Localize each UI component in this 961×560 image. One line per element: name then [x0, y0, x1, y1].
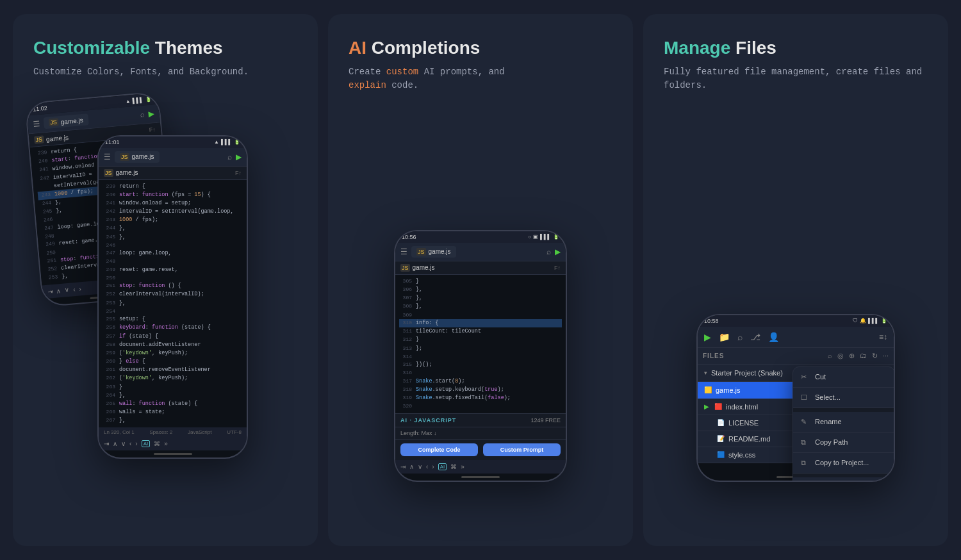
nav-cmd-icon[interactable]: ⌘	[450, 463, 457, 470]
phone-front-filename: game.js	[132, 153, 154, 160]
status-lang: JavaScript	[188, 429, 211, 435]
folder-icon[interactable]: 📁	[719, 332, 730, 342]
shield-icon: 🛡	[853, 318, 858, 324]
nav-cmd-icon[interactable]: ⌘	[154, 440, 160, 447]
card2-filename: game.js	[429, 248, 451, 255]
card3-phones-area: 10:58 🛡 🔔 ▌▌▌ 🔋 ▶ 📁 ⌕ ⎇ 👤 ≡↕	[664, 110, 928, 482]
card2-tab[interactable]: JS game.js	[411, 246, 456, 258]
run-action-icon[interactable]: ▶	[704, 332, 711, 342]
card1-title-themes: Themes	[155, 38, 223, 58]
ai-length: Length: Max ↓	[395, 427, 566, 440]
ctx-share[interactable]: ↑ Share	[793, 477, 894, 482]
rename-icon: ✎	[801, 418, 810, 426]
file-lic-icon: 📄	[717, 419, 725, 426]
wifi-icon: ▲	[125, 97, 131, 104]
nav-more-icon[interactable]: »	[461, 463, 464, 470]
files-icons: ⌕ ◎ ⊕ 🗂 ↻ ···	[828, 352, 889, 360]
run-icon[interactable]: ▶	[148, 109, 154, 119]
ctx-select[interactable]: ☐ Select...	[793, 388, 894, 408]
nav-down-icon[interactable]: ∨	[418, 463, 422, 470]
nav-more-icon[interactable]: »	[164, 440, 168, 447]
nav-ai-icon[interactable]: AI	[142, 440, 151, 447]
user-icon[interactable]: 👤	[768, 332, 779, 342]
phone-front-nav-icons: ⇥ ∧ ∨ ‹ › AI ⌘ »	[104, 440, 168, 447]
hamburger-icon[interactable]: ☰	[33, 119, 40, 128]
phone-back-tab[interactable]: JS game.js	[44, 113, 89, 129]
ctx-select-label: Select...	[815, 393, 841, 401]
nav-down-icon[interactable]: ∨	[65, 286, 70, 294]
nav-tab-icon[interactable]: ⇥	[400, 463, 406, 470]
files-new-folder-icon[interactable]: 🗂	[860, 352, 867, 360]
files-new-file-icon[interactable]: ⊕	[849, 352, 855, 360]
home-indicator	[154, 453, 192, 455]
card1-phones-area: 11:02 ▲ ▌▌▌ 🔋 ☰ JS game.js ⌕ ▶	[33, 97, 297, 546]
desc-explain: explain	[349, 80, 386, 90]
card1-phone-front: 11:01 ▲ ▌▌▌ 🔋 ☰ JS game.js ⌕ ▶	[97, 135, 248, 459]
files-search-icon[interactable]: ⌕	[828, 352, 832, 360]
nav-left-icon[interactable]: ‹	[426, 463, 428, 470]
custom-prompt-button[interactable]: Custom Prompt	[483, 443, 561, 456]
files-label: FILES	[703, 352, 724, 359]
nav-left-icon[interactable]: ‹	[129, 440, 131, 447]
git-icon[interactable]: ⎇	[750, 332, 760, 342]
run-icon[interactable]: ▶	[236, 152, 242, 161]
hamburger-icon[interactable]: ☰	[400, 247, 407, 256]
file-js-icon: JS	[400, 264, 410, 272]
files-refresh-icon[interactable]: ↻	[872, 352, 878, 360]
signal-icon: ▌▌▌	[868, 318, 879, 324]
card2-phones-area: 10:56 ○ ▣ ▌▌▌ 🔋 ☰ JS game.js ⌕	[349, 110, 612, 482]
file-name-style: style.css	[728, 451, 755, 459]
settings-icon[interactable]: ≡↕	[879, 333, 887, 342]
desc-prompts: AI prompts, and	[418, 67, 504, 77]
card2-file-header: JS game.js F↑	[395, 261, 566, 275]
files-more-icon[interactable]: ···	[883, 352, 889, 360]
nav-ai-icon[interactable]: AI	[438, 463, 447, 470]
phone-front-file-header: JS game.js F↑	[99, 167, 247, 180]
toolbar-right: ⌕ ▶	[227, 152, 242, 161]
ctx-cut[interactable]: ✂ Cut	[793, 367, 894, 388]
search-icon[interactable]: ⌕	[227, 152, 232, 161]
signal-icon: ▌▌▌	[132, 97, 144, 103]
ctx-rename[interactable]: ✎ Rename	[793, 412, 894, 432]
bell-icon: 🔔	[860, 318, 866, 324]
nav-left-icon[interactable]: ‹	[73, 286, 76, 293]
battery-icon: 🔋	[881, 318, 887, 324]
phone-front-time: 11:01	[105, 139, 120, 145]
phone-front-toolbar: ☰ JS game.js ⌕ ▶	[99, 148, 247, 167]
search-icon[interactable]: ⌕	[140, 110, 145, 119]
run-icon[interactable]: ▶	[555, 247, 561, 256]
feature-card-ai: AI Completions Create custom AI prompts,…	[328, 14, 633, 546]
toolbar-right: ⌕ ▶	[140, 109, 154, 119]
nav-right-icon[interactable]: ›	[135, 440, 137, 447]
nav-up-icon[interactable]: ∧	[113, 440, 117, 447]
js-icon: JS	[120, 153, 129, 161]
phone-front-tab[interactable]: JS game.js	[115, 151, 160, 163]
signal-icon: ▌▌▌	[221, 139, 232, 145]
file-header-name: game.js	[46, 133, 69, 142]
nav-up-icon[interactable]: ∧	[409, 463, 414, 470]
nav-down-icon[interactable]: ∨	[121, 440, 126, 447]
nav-right-icon[interactable]: ›	[432, 463, 434, 470]
ctx-copy-project[interactable]: ⧉ Copy to Project...	[793, 453, 894, 474]
ctx-copy-path[interactable]: ⧉ Copy Path	[793, 432, 894, 453]
card2-time: 10:56	[402, 234, 416, 240]
complete-code-button[interactable]: Complete Code	[400, 443, 478, 456]
desc-create: Create	[349, 67, 386, 77]
file-name-license: LICENSE	[728, 419, 759, 427]
card2-title-completions: Completions	[372, 38, 481, 58]
search-icon[interactable]: ⌕	[546, 247, 551, 256]
file-js-icon: JS	[104, 169, 113, 177]
desc-code: code.	[386, 80, 418, 90]
files-location-icon[interactable]: ◎	[837, 352, 844, 360]
hamburger-icon[interactable]: ☰	[104, 152, 111, 161]
file-header-shortcut: F↑	[235, 170, 242, 176]
nav-tab-icon[interactable]: ⇥	[47, 288, 53, 295]
nav-up-icon[interactable]: ∧	[56, 287, 62, 295]
nav-right-icon[interactable]: ›	[79, 285, 81, 292]
battery-icon: 🔋	[145, 96, 152, 103]
card2-status-icons: ○ ▣ ▌▌▌ 🔋	[528, 234, 559, 240]
nav-tab-icon[interactable]: ⇥	[104, 440, 109, 447]
card3-desc: Fully featured file management, create f…	[664, 65, 928, 92]
phone-front-code: 239 return { 240 start: function (fps = …	[99, 180, 247, 428]
search-action-icon[interactable]: ⌕	[737, 332, 743, 342]
